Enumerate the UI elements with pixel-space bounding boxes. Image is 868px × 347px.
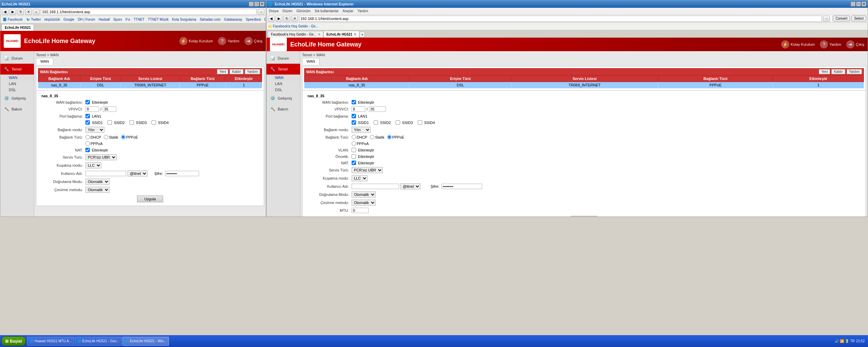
left-help-btn[interactable]: ? Yardım <box>218 37 239 45</box>
right-password-input[interactable] <box>441 184 482 189</box>
right-back-btn[interactable]: ◀ <box>268 16 275 22</box>
right-sidebar-temel[interactable]: 🔧 Temel <box>267 64 300 75</box>
right-close-btn[interactable]: ✕ <box>862 2 866 6</box>
right-service-type-select[interactable]: PCR'siz UBR <box>352 167 383 173</box>
left-encap-select[interactable]: LLC <box>85 162 101 168</box>
right-wan-remove-btn[interactable]: Kaldır <box>831 69 845 74</box>
left-conn-mode-select[interactable]: Yön Köprü <box>85 127 104 133</box>
bookmark-google[interactable]: Google <box>62 17 75 22</box>
right-sidebar-durum[interactable]: 📊 Durum <box>267 53 300 64</box>
right-static-label[interactable]: Statik <box>370 135 384 139</box>
right-suffix-select[interactable]: @ttnet <box>400 183 420 189</box>
bookmark-eksisozluk[interactable]: ekşisözlük <box>43 17 61 22</box>
left-sidebar-dsl[interactable]: DSL <box>7 87 34 93</box>
bookmark-twitter[interactable]: 🐦 Twitter <box>25 17 42 22</box>
right-pppoa-label[interactable]: PPPoA <box>352 141 369 146</box>
left-static-label[interactable]: Statik <box>104 135 118 139</box>
right-apply-btn[interactable]: Uygula <box>571 216 597 217</box>
left-dial-select[interactable]: Otomatik <box>85 187 110 193</box>
right-pppoe-label[interactable]: PPPoE <box>387 135 404 139</box>
right-stop-btn[interactable]: ✕ <box>291 16 298 22</box>
right-menu-yardim[interactable]: Yardım <box>356 9 369 13</box>
right-menu-duzen[interactable]: Düzen <box>281 9 293 13</box>
left-nat-checkbox[interactable] <box>85 148 90 152</box>
bookmark-ttnet[interactable]: TTNET <box>133 17 145 22</box>
bookmark-fiy[interactable]: Fıx <box>124 17 131 22</box>
bookmark-speedtest[interactable]: Speedtest <box>245 17 262 22</box>
left-exit-btn[interactable]: ➜ Çıkış <box>244 37 262 45</box>
left-close-btn[interactable]: ✕ <box>260 2 264 6</box>
start-button[interactable]: ⊞ Başlat <box>1 336 26 346</box>
bookmark-sporx[interactable]: Sporx <box>112 17 123 22</box>
right-ssid1-checkbox[interactable] <box>352 120 356 125</box>
left-pppoa-radio[interactable] <box>85 141 90 146</box>
right-vci-input[interactable] <box>369 106 386 112</box>
left-service-type-select[interactable]: PCR'siz UBR <box>85 154 117 160</box>
right-wan-conn-checkbox[interactable] <box>352 100 356 104</box>
right-menu-araclar[interactable]: Araçlar <box>342 9 355 13</box>
right-exit-btn[interactable]: ➜ Çıkış <box>846 40 864 48</box>
right-auth-select[interactable]: Otomatik <box>352 191 376 198</box>
right-encap-select[interactable]: LLC <box>352 175 368 181</box>
right-sidebar-lan[interactable]: LAN <box>273 81 300 87</box>
left-go-btn[interactable]: → <box>258 9 264 15</box>
right-dhcp-radio[interactable] <box>352 135 356 139</box>
right-go-btn[interactable]: → <box>823 16 830 22</box>
left-pppoa-label[interactable]: PPPoA <box>85 141 102 146</box>
right-priority-checkbox[interactable] <box>352 154 356 159</box>
right-vpi-input[interactable] <box>352 106 365 112</box>
left-username-input[interactable] <box>85 171 126 176</box>
left-back-btn[interactable]: ◀ <box>2 9 8 15</box>
left-password-input[interactable] <box>165 171 199 176</box>
right-vlan-checkbox[interactable] <box>352 148 356 152</box>
right-menu-dosya[interactable]: Dosya <box>268 9 279 13</box>
left-ssid2-checkbox[interactable] <box>107 120 112 125</box>
right-help-btn[interactable]: ? Yardım <box>820 40 841 48</box>
right-select-btn[interactable]: Select <box>851 16 866 21</box>
left-sidebar-gelismis[interactable]: ⚙️ Gelişmiş <box>0 93 34 104</box>
left-sidebar-temel[interactable]: 🔧 Temel <box>0 64 34 75</box>
right-sidebar-wan[interactable]: WAN <box>273 75 300 81</box>
right-convert-btn[interactable]: Convert <box>833 16 850 21</box>
left-wan-remove-btn[interactable]: Kaldır <box>230 69 243 74</box>
right-wan-help-btn[interactable]: Yardım <box>847 69 862 74</box>
right-pppoa-radio[interactable] <box>352 141 356 146</box>
right-wan-tab[interactable]: WAN <box>302 58 319 65</box>
right-pppoe-radio[interactable] <box>387 135 392 139</box>
bookmark-sahadan[interactable]: Sahadan.com <box>199 17 222 22</box>
right-dhcp-label[interactable]: DHCP <box>352 135 367 139</box>
right-lan1-checkbox[interactable] <box>352 114 356 118</box>
left-auth-select[interactable]: Otomatik <box>85 179 110 185</box>
right-ssid4-checkbox[interactable] <box>418 120 422 125</box>
bookmark-others[interactable]: Diğer yer imleri » <box>263 17 266 22</box>
right-menu-gorunum[interactable]: Görünüm <box>295 9 312 13</box>
left-lan1-checkbox[interactable] <box>85 114 90 118</box>
left-vpi-input[interactable] <box>85 106 99 112</box>
left-minimize-btn[interactable]: _ <box>249 2 254 6</box>
left-sidebar-bakim[interactable]: 🔨 Bakım <box>0 104 34 115</box>
left-sidebar-wan[interactable]: WAN <box>7 75 34 81</box>
left-home-btn[interactable]: ⌂ <box>33 9 40 15</box>
left-wan-tab[interactable]: WAN <box>36 58 53 65</box>
taskbar-item-0[interactable]: 🌐 Huawei HG521 MTU A... <box>27 337 74 346</box>
left-forward-btn[interactable]: ▶ <box>9 9 16 15</box>
right-static-radio[interactable] <box>370 135 374 139</box>
right-ssid2-checkbox[interactable] <box>374 120 378 125</box>
taskbar-item-1[interactable]: 🌐 EchoLife HG521 - Goo... <box>75 337 122 346</box>
left-vci-input[interactable] <box>103 106 116 112</box>
left-maximize-btn[interactable]: □ <box>254 2 259 6</box>
left-ssid3-checkbox[interactable] <box>130 120 134 125</box>
left-pppoe-label[interactable]: PPPoE <box>121 135 138 139</box>
left-static-radio[interactable] <box>104 135 108 139</box>
left-sidebar-lan[interactable]: LAN <box>7 81 34 87</box>
left-wan-row[interactable]: nas_8_35 DSL TR069_INTERNET PPPoE 1 <box>38 82 262 88</box>
left-wan-new-btn[interactable]: Yeni <box>217 69 228 74</box>
right-tab-facebook-close[interactable]: ✕ <box>318 33 320 36</box>
left-wan-conn-checkbox[interactable] <box>85 100 90 104</box>
left-dhcp-radio[interactable] <box>85 135 90 139</box>
right-fav-facebook[interactable]: ⭐ Facebook'a Hoş Geldin - Gir... <box>268 24 318 28</box>
taskbar-item-2[interactable]: 🌐 EchoLife HG521 - Win... <box>122 337 169 346</box>
left-suffix-select[interactable]: @ttnet <box>127 170 147 177</box>
left-tab-echolife[interactable]: EchoLife HG521 <box>2 24 34 31</box>
bookmark-dh[interactable]: DH | Forum <box>77 17 96 22</box>
